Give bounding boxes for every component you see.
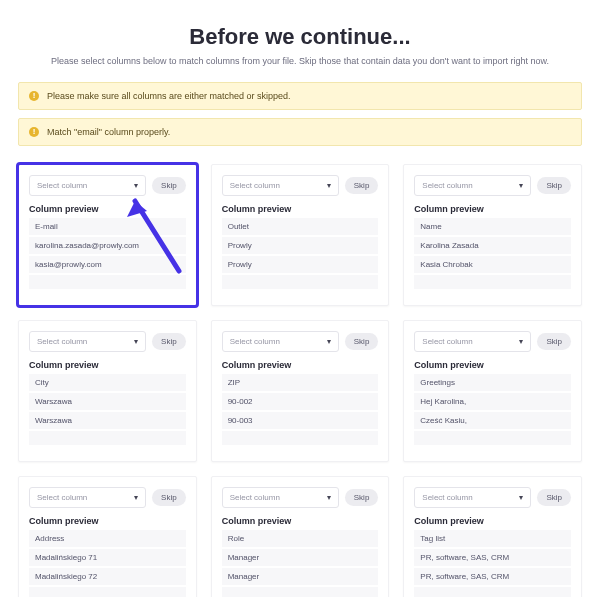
preview-row xyxy=(414,275,571,289)
skip-button[interactable]: Skip xyxy=(345,489,379,506)
column-card: Select column▾SkipColumn previewOutletPr… xyxy=(211,164,390,306)
preview-row: Address xyxy=(29,530,186,547)
preview-rows: CityWarszawaWarszawa xyxy=(29,374,186,445)
column-preview-label: Column preview xyxy=(414,360,571,370)
column-card: Select column▾SkipColumn previewTag list… xyxy=(403,476,582,597)
preview-rows: OutletProwlyProwly xyxy=(222,218,379,289)
preview-row xyxy=(414,431,571,445)
alert-container: !Please make sure all columns are either… xyxy=(18,82,582,146)
preview-row: Warszawa xyxy=(29,412,186,429)
column-card: Select column▾SkipColumn previewRoleMana… xyxy=(211,476,390,597)
preview-row: Prowly xyxy=(222,256,379,273)
preview-row: Manager xyxy=(222,549,379,566)
skip-button[interactable]: Skip xyxy=(537,177,571,194)
column-card: Select column▾SkipColumn previewGreeting… xyxy=(403,320,582,462)
alert-banner: !Please make sure all columns are either… xyxy=(18,82,582,110)
column-preview-label: Column preview xyxy=(222,204,379,214)
select-column-dropdown[interactable]: Select column▾ xyxy=(222,487,339,508)
chevron-down-icon: ▾ xyxy=(519,493,523,502)
preview-row: ZIP xyxy=(222,374,379,391)
preview-row: Tag list xyxy=(414,530,571,547)
preview-row xyxy=(222,587,379,597)
select-column-dropdown[interactable]: Select column▾ xyxy=(222,175,339,196)
preview-rows: GreetingsHej Karolina,Cześć Kasiu, xyxy=(414,374,571,445)
column-mapping-grid: Select column▾SkipColumn previewE-mailka… xyxy=(18,164,582,597)
column-preview-label: Column preview xyxy=(222,516,379,526)
preview-row: Warszawa xyxy=(29,393,186,410)
chevron-down-icon: ▾ xyxy=(134,337,138,346)
preview-rows: NameKarolina ZasadaKasia Chrobak xyxy=(414,218,571,289)
preview-row xyxy=(414,587,571,597)
chevron-down-icon: ▾ xyxy=(134,181,138,190)
select-column-dropdown[interactable]: Select column▾ xyxy=(414,331,531,352)
column-card: Select column▾SkipColumn previewNameKaro… xyxy=(403,164,582,306)
column-card: Select column▾SkipColumn previewZIP90-00… xyxy=(211,320,390,462)
skip-button[interactable]: Skip xyxy=(345,333,379,350)
alert-text: Match "email" column properly. xyxy=(47,127,170,137)
preview-row: Cześć Kasiu, xyxy=(414,412,571,429)
preview-row xyxy=(29,587,186,597)
preview-row: Greetings xyxy=(414,374,571,391)
preview-row: Madalińskiego 71 xyxy=(29,549,186,566)
chevron-down-icon: ▾ xyxy=(519,181,523,190)
column-card: Select column▾SkipColumn previewE-mailka… xyxy=(18,164,197,306)
select-column-dropdown[interactable]: Select column▾ xyxy=(29,331,146,352)
skip-button[interactable]: Skip xyxy=(537,489,571,506)
column-preview-label: Column preview xyxy=(29,516,186,526)
preview-row: Outlet xyxy=(222,218,379,235)
skip-button[interactable]: Skip xyxy=(152,333,186,350)
preview-row: kasia@prowly.com xyxy=(29,256,186,273)
select-column-dropdown[interactable]: Select column▾ xyxy=(29,175,146,196)
select-placeholder: Select column xyxy=(422,493,472,502)
column-preview-label: Column preview xyxy=(414,204,571,214)
preview-rows: ZIP90-00290-003 xyxy=(222,374,379,445)
preview-row: Prowly xyxy=(222,237,379,254)
chevron-down-icon: ▾ xyxy=(134,493,138,502)
skip-button[interactable]: Skip xyxy=(345,177,379,194)
preview-rows: RoleManagerManager xyxy=(222,530,379,597)
skip-button[interactable]: Skip xyxy=(152,489,186,506)
preview-row: City xyxy=(29,374,186,391)
warning-icon: ! xyxy=(29,91,39,101)
select-column-dropdown[interactable]: Select column▾ xyxy=(222,331,339,352)
column-preview-label: Column preview xyxy=(222,360,379,370)
preview-row xyxy=(29,431,186,445)
preview-row: Madalińskiego 72 xyxy=(29,568,186,585)
preview-row: Kasia Chrobak xyxy=(414,256,571,273)
skip-button[interactable]: Skip xyxy=(537,333,571,350)
select-column-dropdown[interactable]: Select column▾ xyxy=(414,487,531,508)
select-placeholder: Select column xyxy=(37,337,87,346)
select-placeholder: Select column xyxy=(37,493,87,502)
preview-row: Role xyxy=(222,530,379,547)
preview-row: Karolina Zasada xyxy=(414,237,571,254)
alert-banner: !Match "email" column properly. xyxy=(18,118,582,146)
preview-row xyxy=(222,431,379,445)
preview-row: E-mail xyxy=(29,218,186,235)
preview-row: 90-002 xyxy=(222,393,379,410)
preview-rows: AddressMadalińskiego 71Madalińskiego 72 xyxy=(29,530,186,597)
select-placeholder: Select column xyxy=(37,181,87,190)
select-placeholder: Select column xyxy=(230,181,280,190)
preview-row: 90-003 xyxy=(222,412,379,429)
select-placeholder: Select column xyxy=(422,337,472,346)
preview-row xyxy=(29,275,186,289)
select-placeholder: Select column xyxy=(230,493,280,502)
select-column-dropdown[interactable]: Select column▾ xyxy=(414,175,531,196)
page-subtitle: Please select columns below to match col… xyxy=(18,56,582,66)
column-preview-label: Column preview xyxy=(414,516,571,526)
preview-row: karolina.zasada@prowly.com xyxy=(29,237,186,254)
column-card: Select column▾SkipColumn previewCityWars… xyxy=(18,320,197,462)
preview-rows: Tag listPR, software, SAS, CRMPR, softwa… xyxy=(414,530,571,597)
preview-row: Hej Karolina, xyxy=(414,393,571,410)
select-column-dropdown[interactable]: Select column▾ xyxy=(29,487,146,508)
preview-row: PR, software, SAS, CRM xyxy=(414,549,571,566)
select-placeholder: Select column xyxy=(422,181,472,190)
preview-row: Manager xyxy=(222,568,379,585)
chevron-down-icon: ▾ xyxy=(327,493,331,502)
select-placeholder: Select column xyxy=(230,337,280,346)
alert-text: Please make sure all columns are either … xyxy=(47,91,291,101)
preview-row: PR, software, SAS, CRM xyxy=(414,568,571,585)
skip-button[interactable]: Skip xyxy=(152,177,186,194)
chevron-down-icon: ▾ xyxy=(327,181,331,190)
column-preview-label: Column preview xyxy=(29,360,186,370)
